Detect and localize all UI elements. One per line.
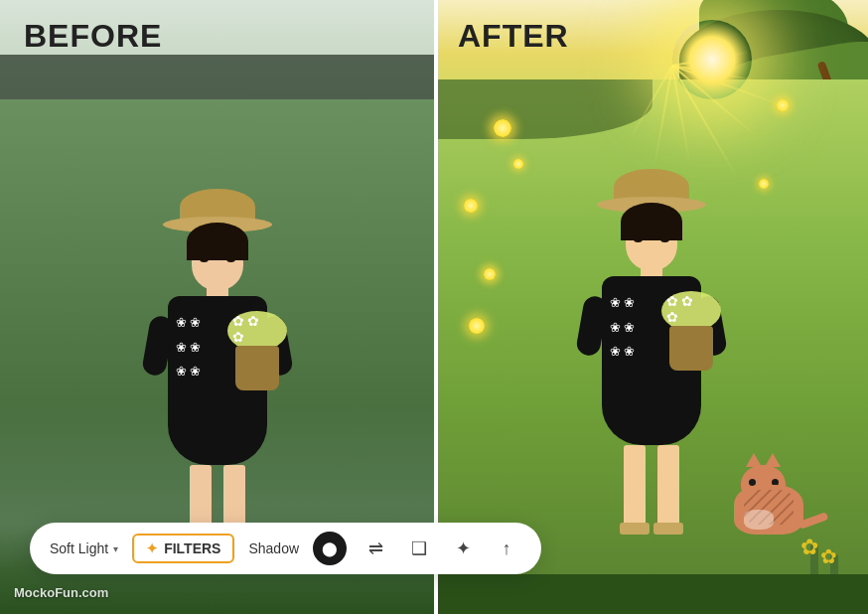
target-icon: ⬤ — [322, 540, 338, 556]
chevron-down-icon: ▾ — [113, 543, 118, 554]
magic-wand-icon: ✦ — [456, 537, 471, 559]
after-girl: ❀ ❀❀ ❀❀ ❀ ✿ ✿✿ — [562, 197, 741, 535]
duplicate-button[interactable]: ❑ — [404, 534, 434, 563]
cat-ear-right — [765, 453, 781, 467]
swap-icon: ⇌ — [368, 537, 383, 559]
upload-button[interactable]: ↑ — [492, 534, 521, 563]
soft-light-label: Soft Light — [50, 540, 108, 556]
copy-icon: ❑ — [411, 537, 427, 559]
magic-button[interactable]: ✦ — [448, 534, 478, 563]
arm-left — [140, 314, 174, 377]
before-label: BEFORE — [24, 18, 162, 55]
main-container: ❀ ❀❀ ❀❀ ❀ ✿ ✿✿ — [0, 0, 868, 614]
sparkle-1 — [494, 119, 511, 137]
star-icon: ✦ — [146, 540, 158, 556]
sparkle-3 — [513, 159, 523, 169]
sun-glow — [672, 20, 752, 99]
upload-icon: ↑ — [503, 538, 511, 559]
blend-button[interactable]: ⇌ — [361, 534, 390, 563]
bouquet: ✿ ✿✿ — [227, 311, 287, 390]
soft-light-dropdown[interactable]: Soft Light ▾ — [50, 540, 118, 556]
before-girl: ❀ ❀❀ ❀❀ ❀ ✿ ✿✿ — [128, 217, 307, 554]
shadow-label: Shadow — [248, 540, 299, 556]
sparkle-2 — [464, 199, 478, 213]
filters-button[interactable]: ✦ FILTERS — [132, 534, 234, 563]
circle-button[interactable]: ⬤ — [313, 532, 347, 565]
sparkle-7 — [759, 179, 769, 189]
sparkle-4 — [484, 268, 496, 280]
watermark: MockoFun.com — [14, 585, 108, 600]
toolbar: Soft Light ▾ ✦ FILTERS Shadow ⬤ ⇌ ❑ ✦ ↑ — [30, 523, 541, 574]
sparkle-5 — [469, 318, 485, 334]
hair — [187, 223, 248, 260]
filters-label: FILTERS — [164, 540, 220, 556]
cat-ear-left — [746, 453, 762, 467]
after-label: AFTER — [458, 18, 569, 55]
